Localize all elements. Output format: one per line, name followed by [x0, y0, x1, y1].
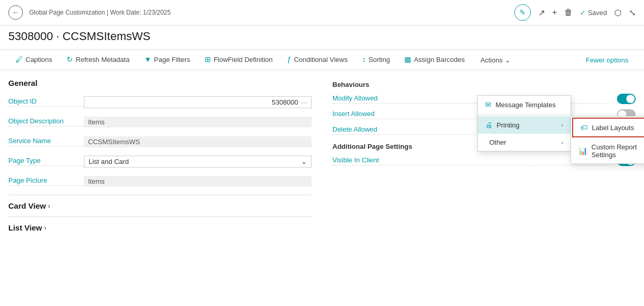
actions-label: Actions — [480, 56, 503, 64]
tab-conditional-label: Conditional Views — [294, 56, 348, 63]
page-picture-input[interactable]: Items — [84, 176, 312, 187]
actions-button[interactable]: Actions ⌄ — [473, 52, 518, 68]
modify-allowed-knob — [626, 95, 635, 103]
field-row-service-name: Service Name CCSMSItemsWS — [8, 134, 312, 149]
breadcrumb: Global Page Customization | Work Date: 1… — [29, 9, 171, 16]
page-type-chevron-icon: ⌄ — [301, 158, 307, 165]
object-id-text: 5308000 — [272, 98, 299, 106]
card-view-label: Card View — [8, 201, 46, 210]
card-view-chevron-icon: › — [48, 202, 50, 210]
object-id-label: Object ID — [8, 97, 84, 107]
tab-flowfield[interactable]: ⊞ FlowField Definition — [197, 50, 280, 70]
tab-refresh-label: Refresh Metadata — [76, 56, 129, 63]
insert-allowed-knob — [618, 110, 626, 119]
delete-allowed-label: Delete Allowed — [332, 125, 606, 135]
page-type-value: List and Card ⌄ — [84, 156, 312, 168]
delete-allowed-knob — [626, 126, 635, 134]
field-row-object-desc: Object Description Items — [8, 114, 312, 129]
tab-filters-label: Page Filters — [154, 56, 190, 63]
barcode-icon: ▦ — [404, 55, 411, 63]
service-name-text: CCSMSItemsWS — [88, 138, 140, 146]
object-desc-text: Items — [88, 118, 105, 126]
field-row-object-id: Object ID 5308000 ··· — [8, 95, 312, 109]
add-button[interactable]: + — [552, 8, 557, 17]
fewer-options-button[interactable]: Fewer options — [578, 52, 636, 68]
edit-button[interactable]: ✎ — [514, 4, 531, 21]
behaviours-section: Behaviours Modify Allowed Insert Allowed… — [332, 81, 636, 166]
list-view-label: List View — [8, 223, 42, 232]
sorting-icon: ↕ — [362, 55, 366, 63]
tab-sorting[interactable]: ↕ Sorting — [355, 50, 397, 70]
list-view-chevron-icon: › — [44, 224, 46, 232]
delete-allowed-toggle[interactable] — [617, 125, 636, 135]
object-desc-label: Object Description — [8, 117, 84, 126]
page-picture-value: Items — [84, 176, 312, 187]
card-view-section: Card View › — [8, 195, 312, 210]
tab-barcodes-label: Assign Barcodes — [414, 56, 465, 63]
left-column: General Object ID 5308000 ··· Object Des… — [8, 79, 312, 232]
page-type-text: List and Card — [89, 158, 129, 165]
actions-chevron-icon: ⌄ — [505, 56, 511, 64]
expand-button[interactable]: ⬡ — [614, 8, 622, 18]
share-button[interactable]: ↗ — [538, 8, 545, 18]
tab-captions[interactable]: 🖊 Captions — [8, 50, 59, 70]
behaviour-delete-allowed: Delete Allowed — [332, 125, 636, 135]
behaviour-modify-allowed: Modify Allowed — [332, 94, 636, 104]
saved-label-text: Saved — [588, 9, 607, 17]
right-column: Behaviours Modify Allowed Insert Allowed… — [332, 79, 636, 232]
insert-allowed-label: Insert Allowed — [332, 110, 606, 119]
service-name-value: CCSMSItemsWS — [84, 136, 312, 147]
tab-conditional-views[interactable]: ƒ Conditional Views — [280, 50, 355, 70]
page-picture-label: Page Picture — [8, 176, 84, 186]
field-row-page-type: Page Type List and Card ⌄ — [8, 154, 312, 169]
tab-sorting-label: Sorting — [368, 56, 390, 63]
page-title: 5308000 · CCSMSItemsWS — [0, 26, 644, 50]
visible-in-client-toggle[interactable] — [617, 156, 636, 166]
tab-page-filters[interactable]: ▼ Page Filters — [137, 50, 197, 70]
back-button[interactable]: ← — [8, 5, 23, 20]
top-bar-actions: ✎ ↗ + 🗑 ✓ Saved ⬡ ⤡ — [514, 4, 636, 21]
behaviours-title: Behaviours — [332, 81, 636, 88]
service-name-input[interactable]: CCSMSItemsWS — [84, 136, 312, 147]
additional-settings-title: Additional Page Settings — [332, 143, 636, 150]
insert-allowed-toggle[interactable] — [617, 109, 636, 120]
content-area: General Object ID 5308000 ··· Object Des… — [0, 70, 644, 232]
object-id-ellipsis[interactable]: ··· — [301, 98, 307, 106]
saved-status: ✓ Saved — [580, 9, 607, 17]
modify-allowed-label: Modify Allowed — [332, 94, 606, 104]
field-row-page-picture: Page Picture Items — [8, 174, 312, 188]
tab-captions-label: Captions — [26, 56, 52, 63]
page-type-select[interactable]: List and Card ⌄ — [84, 156, 312, 168]
delete-button[interactable]: 🗑 — [564, 8, 573, 17]
object-id-input[interactable]: 5308000 ··· — [84, 96, 312, 108]
filter-icon: ▼ — [144, 55, 152, 63]
list-view-header[interactable]: List View › — [8, 223, 312, 232]
visible-in-client-label: Visible In Client — [332, 156, 606, 165]
card-view-header[interactable]: Card View › — [8, 201, 312, 210]
modify-allowed-toggle[interactable] — [617, 94, 636, 104]
object-desc-value: Items — [84, 117, 312, 128]
top-bar: ← Global Page Customization | Work Date:… — [0, 0, 644, 26]
refresh-icon: ↻ — [67, 55, 73, 63]
visible-in-client-knob — [626, 157, 635, 165]
object-id-value: 5308000 ··· — [84, 96, 312, 108]
list-view-section: List View › — [8, 216, 312, 232]
tabs-bar: 🖊 Captions ↻ Refresh Metadata ▼ Page Fil… — [0, 50, 644, 70]
tab-flowfield-label: FlowField Definition — [214, 56, 273, 63]
tab-refresh-metadata[interactable]: ↻ Refresh Metadata — [59, 50, 137, 70]
flowfield-icon: ⊞ — [205, 55, 211, 63]
conditional-icon: ƒ — [287, 55, 291, 63]
check-icon: ✓ — [580, 9, 586, 17]
tab-assign-barcodes[interactable]: ▦ Assign Barcodes — [397, 50, 472, 70]
page-type-label: Page Type — [8, 157, 84, 166]
minimize-button[interactable]: ⤡ — [629, 8, 636, 18]
object-desc-input[interactable]: Items — [84, 117, 312, 128]
captions-icon: 🖊 — [16, 55, 23, 63]
page-picture-text: Items — [88, 177, 105, 185]
behaviour-insert-allowed: Insert Allowed — [332, 109, 636, 120]
service-name-label: Service Name — [8, 137, 84, 146]
general-section-title: General — [8, 79, 312, 87]
behaviour-visible-in-client: Visible In Client — [332, 156, 636, 166]
